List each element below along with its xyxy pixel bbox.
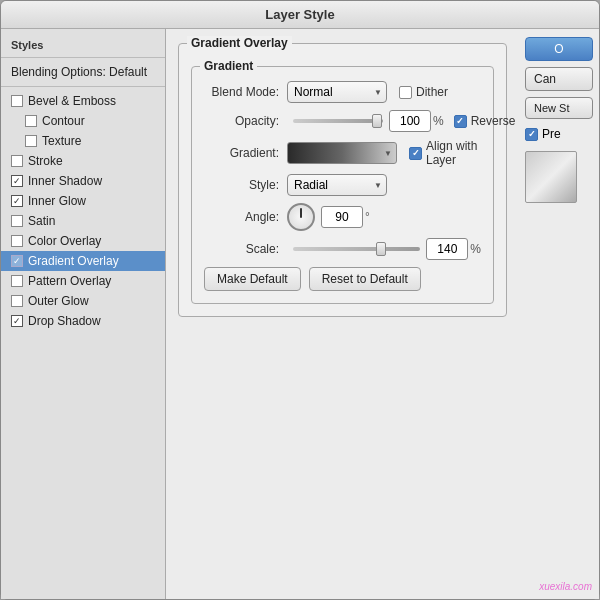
drop-shadow-checkbox[interactable] — [11, 315, 23, 327]
preview-row: Pre — [525, 127, 593, 141]
sidebar-divider-2 — [1, 86, 165, 87]
gradient-label: Gradient: — [204, 146, 279, 160]
inner-shadow-checkbox[interactable] — [11, 175, 23, 187]
align-layer-group: Align with Layer — [409, 139, 481, 167]
outer-glow-checkbox[interactable] — [11, 295, 23, 307]
sidebar-item-pattern-overlay[interactable]: Pattern Overlay — [1, 271, 165, 291]
cancel-button[interactable]: Can — [525, 67, 593, 91]
sidebar-item-bevel-emboss[interactable]: Bevel & Emboss — [1, 91, 165, 111]
sidebar-item-gradient-overlay[interactable]: Gradient Overlay — [1, 251, 165, 271]
scale-slider-thumb[interactable] — [376, 242, 386, 256]
preview-label: Pre — [542, 127, 561, 141]
angle-input[interactable] — [321, 206, 363, 228]
gradient-overlay-checkbox[interactable] — [11, 255, 23, 267]
color-overlay-checkbox[interactable] — [11, 235, 23, 247]
gradient-row: Gradient: Align with Layer — [204, 139, 481, 167]
gradient-inner-section: Gradient Blend Mode: Normal Multiply Scr… — [191, 66, 494, 304]
style-row: Style: Radial Linear Angle Reflected Dia… — [204, 174, 481, 196]
pattern-overlay-checkbox[interactable] — [11, 275, 23, 287]
blend-mode-select-wrapper: Normal Multiply Screen Overlay — [287, 81, 387, 103]
dither-label: Dither — [416, 85, 448, 99]
action-buttons: Make Default Reset to Default — [204, 267, 481, 291]
texture-checkbox[interactable] — [25, 135, 37, 147]
blend-mode-row: Blend Mode: Normal Multiply Screen Overl… — [204, 81, 481, 103]
gradient-overlay-title: Gradient Overlay — [187, 36, 292, 50]
scale-slider-track[interactable] — [293, 247, 420, 251]
title-bar: Layer Style — [1, 1, 599, 29]
angle-dial[interactable] — [287, 203, 315, 231]
angle-degree: ° — [365, 210, 370, 224]
style-label: Style: — [204, 178, 279, 192]
ok-button[interactable]: O — [525, 37, 593, 61]
sidebar-styles-header: Styles — [1, 35, 165, 53]
stroke-checkbox[interactable] — [11, 155, 23, 167]
satin-checkbox[interactable] — [11, 215, 23, 227]
angle-row: Angle: ° — [204, 203, 481, 231]
sidebar-item-satin[interactable]: Satin — [1, 211, 165, 231]
watermark: xuexila.com — [539, 581, 592, 592]
opacity-label: Opacity: — [204, 114, 279, 128]
gradient-swatch-wrapper — [287, 142, 397, 164]
opacity-input[interactable] — [389, 110, 431, 132]
opacity-slider-track[interactable] — [293, 119, 383, 123]
sidebar-item-drop-shadow[interactable]: Drop Shadow — [1, 311, 165, 331]
preview-checkbox[interactable] — [525, 128, 538, 141]
sidebar-divider-top — [1, 57, 165, 58]
angle-label: Angle: — [204, 210, 279, 224]
reverse-group: Reverse — [454, 114, 516, 128]
scale-row: Scale: % — [204, 238, 481, 260]
right-buttons-panel: O Can New St Pre — [519, 29, 599, 599]
opacity-row: Opacity: % Reverse — [204, 110, 481, 132]
align-layer-checkbox[interactable] — [409, 147, 422, 160]
inner-glow-checkbox[interactable] — [11, 195, 23, 207]
blend-mode-label: Blend Mode: — [204, 85, 279, 99]
sidebar-item-stroke[interactable]: Stroke — [1, 151, 165, 171]
sidebar-item-texture[interactable]: Texture — [1, 131, 165, 151]
dither-checkbox[interactable] — [399, 86, 412, 99]
main-content: Gradient Overlay Gradient Blend Mode: No… — [166, 29, 519, 599]
gradient-inner-title: Gradient — [200, 59, 257, 73]
preview-thumbnail — [525, 151, 577, 203]
reset-default-button[interactable]: Reset to Default — [309, 267, 421, 291]
sidebar-item-blending-options[interactable]: Blending Options: Default — [1, 62, 165, 82]
window-body: Styles Blending Options: Default Bevel &… — [1, 29, 599, 599]
new-style-button[interactable]: New St — [525, 97, 593, 119]
window-title: Layer Style — [265, 7, 334, 22]
opacity-slider-thumb[interactable] — [372, 114, 382, 128]
bevel-emboss-checkbox[interactable] — [11, 95, 23, 107]
make-default-button[interactable]: Make Default — [204, 267, 301, 291]
align-layer-label: Align with Layer — [426, 139, 481, 167]
gradient-swatch[interactable] — [287, 142, 397, 164]
gradient-overlay-section: Gradient Overlay Gradient Blend Mode: No… — [178, 43, 507, 317]
reverse-checkbox[interactable] — [454, 115, 467, 128]
style-select-wrapper: Radial Linear Angle Reflected Diamond — [287, 174, 387, 196]
reverse-label: Reverse — [471, 114, 516, 128]
scale-label: Scale: — [204, 242, 279, 256]
sidebar-item-color-overlay[interactable]: Color Overlay — [1, 231, 165, 251]
dither-group: Dither — [399, 85, 448, 99]
sidebar-item-inner-glow[interactable]: Inner Glow — [1, 191, 165, 211]
sidebar-item-outer-glow[interactable]: Outer Glow — [1, 291, 165, 311]
scale-input[interactable] — [426, 238, 468, 260]
sidebar: Styles Blending Options: Default Bevel &… — [1, 29, 166, 599]
scale-percent: % — [470, 242, 481, 256]
angle-dial-line — [300, 208, 302, 218]
blend-mode-select[interactable]: Normal Multiply Screen Overlay — [287, 81, 387, 103]
opacity-percent: % — [433, 114, 444, 128]
sidebar-item-contour[interactable]: Contour — [1, 111, 165, 131]
contour-checkbox[interactable] — [25, 115, 37, 127]
layer-style-window: Layer Style Styles Blending Options: Def… — [0, 0, 600, 600]
style-select[interactable]: Radial Linear Angle Reflected Diamond — [287, 174, 387, 196]
sidebar-item-inner-shadow[interactable]: Inner Shadow — [1, 171, 165, 191]
